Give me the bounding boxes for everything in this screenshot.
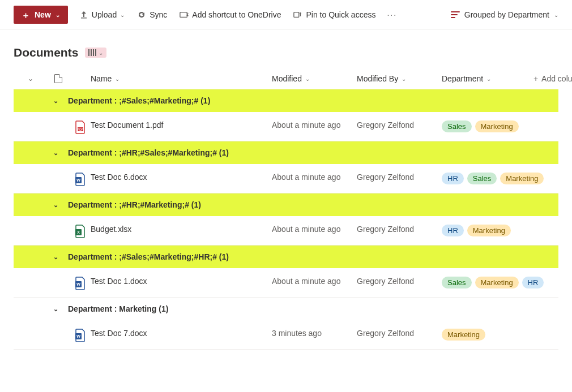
tag-sales[interactable]: Sales <box>442 120 472 132</box>
add-column-button[interactable]: +Add column <box>527 74 572 83</box>
column-modified[interactable]: Modified⌄ <box>272 74 357 83</box>
svg-rect-1 <box>180 12 187 18</box>
sync-label: Sync <box>150 10 167 19</box>
page-title: Documents <box>14 46 78 59</box>
department-tags: HRSalesMarketing <box>442 173 572 184</box>
sync-icon <box>137 10 146 19</box>
tag-hr[interactable]: HR <box>442 225 464 236</box>
modified-time: About a minute ago <box>272 277 357 286</box>
file-name[interactable]: Test Doc 7.docx <box>91 329 272 338</box>
column-name[interactable]: Name⌄ <box>91 74 272 83</box>
svg-text:W: W <box>76 178 80 182</box>
group-header[interactable]: ⌄Department : ;#Sales;#Marketing;#HR;# (… <box>14 245 558 268</box>
group-label: Department : ;#Sales;#Marketing;# (1) <box>68 96 210 105</box>
modified-time: About a minute ago <box>272 225 357 234</box>
column-headers: ⌄ Name⌄ Modified⌄ Modified By⌄ Departmen… <box>14 64 558 89</box>
list-item[interactable]: WTest Doc 6.docxAbout a minute agoGregor… <box>14 164 558 193</box>
view-switcher[interactable]: ⌄ <box>85 48 106 58</box>
group-header[interactable]: ⌄Department : ;#HR;#Sales;#Marketing;# (… <box>14 141 558 164</box>
chevron-down-icon: ⌄ <box>50 97 61 105</box>
department-tags: Marketing <box>442 329 572 341</box>
chevron-down-icon: ⌄ <box>99 50 103 56</box>
chevron-down-icon: ⌄ <box>554 12 558 18</box>
tag-marketing[interactable]: Marketing <box>467 225 511 236</box>
pdf-file-icon: PDF <box>75 120 85 133</box>
tag-marketing[interactable]: Marketing <box>500 173 544 184</box>
overflow-menu[interactable]: ··· <box>387 10 397 19</box>
add-shortcut-button[interactable]: Add shortcut to OneDrive <box>178 8 282 21</box>
group-lines-icon <box>451 11 460 18</box>
shortcut-icon <box>180 10 189 19</box>
tag-sales[interactable]: Sales <box>467 173 497 184</box>
pin-label: Pin to Quick access <box>306 10 375 19</box>
sync-button[interactable]: Sync <box>136 8 168 21</box>
docx-file-icon: W <box>75 277 85 289</box>
plus-icon: + <box>533 74 538 83</box>
modified-time: 3 minutes ago <box>272 329 357 338</box>
file-icon <box>54 74 62 83</box>
modified-by: Gregory Zelfond <box>357 329 442 338</box>
modified-by: Gregory Zelfond <box>357 120 442 130</box>
column-type[interactable] <box>48 74 69 83</box>
svg-text:PDF: PDF <box>78 128 83 131</box>
xlsx-file-icon: X <box>75 225 85 237</box>
select-all-toggle[interactable]: ⌄ <box>28 75 33 83</box>
modified-time: About a minute ago <box>272 173 357 182</box>
chevron-down-icon: ⌄ <box>115 76 119 82</box>
tag-marketing[interactable]: Marketing <box>475 120 519 132</box>
svg-text:W: W <box>76 334 80 338</box>
chevron-down-icon: ⌄ <box>50 201 61 209</box>
tag-marketing[interactable]: Marketing <box>442 329 485 341</box>
file-name[interactable]: Test Document 1.pdf <box>91 120 272 130</box>
modified-by: Gregory Zelfond <box>357 277 442 286</box>
command-bar: ＋ New ⌄ Upload ⌄ Sync Add shortcut to On… <box>0 0 572 30</box>
chevron-down-icon: ⌄ <box>56 12 60 18</box>
column-modified-by[interactable]: Modified By⌄ <box>357 74 442 83</box>
list-item[interactable]: WTest Doc 1.docxAbout a minute agoGregor… <box>14 268 558 297</box>
upload-icon <box>79 10 88 19</box>
tag-sales[interactable]: Sales <box>442 277 472 288</box>
document-list: ⌄ Name⌄ Modified⌄ Modified By⌄ Departmen… <box>0 64 572 367</box>
file-name[interactable]: Budget.xlsx <box>91 225 272 234</box>
list-item[interactable]: WTest Doc 7.docx3 minutes agoGregory Zel… <box>14 320 558 349</box>
new-button-label: New <box>35 10 51 19</box>
chevron-down-icon: ⌄ <box>50 149 61 157</box>
new-button[interactable]: ＋ New ⌄ <box>14 6 68 24</box>
modified-time: About a minute ago <box>272 120 357 130</box>
columns-icon <box>88 49 96 56</box>
svg-text:W: W <box>76 282 80 286</box>
pin-icon <box>293 10 302 19</box>
list-item[interactable]: XBudget.xlsxAbout a minute agoGregory Ze… <box>14 216 558 245</box>
list-item[interactable]: PDFTest Document 1.pdfAbout a minute ago… <box>14 112 558 141</box>
modified-by: Gregory Zelfond <box>357 225 442 234</box>
group-header[interactable]: ⌄Department : ;#Sales;#Marketing;# (1) <box>14 89 558 112</box>
tag-marketing[interactable]: Marketing <box>475 277 519 288</box>
upload-button[interactable]: Upload ⌄ <box>78 8 126 21</box>
group-header[interactable]: ⌄Department : ;#HR;#Marketing;# (1) <box>14 193 558 216</box>
docx-file-icon: W <box>75 173 85 185</box>
chevron-down-icon: ⌄ <box>50 253 61 261</box>
chevron-down-icon: ⌄ <box>120 12 125 18</box>
chevron-down-icon: ⌄ <box>305 76 310 82</box>
file-name[interactable]: Test Doc 6.docx <box>91 173 272 182</box>
grouped-by-button[interactable]: Grouped by Department ⌄ <box>451 10 558 19</box>
page-header: Documents ⌄ <box>0 30 572 64</box>
column-department[interactable]: Department⌄ <box>442 74 527 83</box>
group-header[interactable]: ⌄Department : Marketing (1) <box>14 298 558 320</box>
department-tags: SalesMarketingHR <box>442 277 572 288</box>
shortcut-label: Add shortcut to OneDrive <box>192 10 281 19</box>
group-label: Department : ;#HR;#Marketing;# (1) <box>68 200 201 209</box>
pin-button[interactable]: Pin to Quick access <box>292 8 377 21</box>
svg-rect-0 <box>81 18 87 19</box>
docx-file-icon: W <box>75 329 85 341</box>
tag-hr[interactable]: HR <box>522 277 544 288</box>
plus-icon: ＋ <box>22 11 30 19</box>
chevron-down-icon: ⌄ <box>402 76 406 82</box>
grouped-label: Grouped by Department <box>464 10 549 19</box>
svg-rect-2 <box>294 12 299 18</box>
chevron-down-icon: ⌄ <box>486 76 491 82</box>
file-name[interactable]: Test Doc 1.docx <box>91 277 272 286</box>
group-label: Department : ;#HR;#Sales;#Marketing;# (1… <box>68 148 229 157</box>
department-tags: SalesMarketing <box>442 120 572 132</box>
tag-hr[interactable]: HR <box>442 173 464 184</box>
